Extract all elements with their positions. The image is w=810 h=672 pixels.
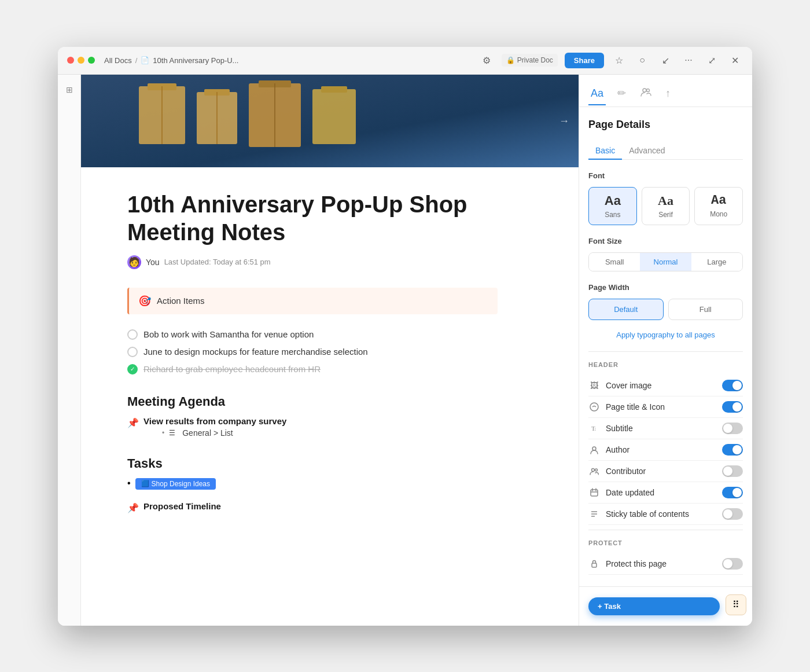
font-size-label: Font Size: [588, 237, 743, 245]
proposed-icon: 📌: [127, 502, 139, 513]
task-chip-icon: 🟦: [141, 480, 149, 487]
sub-tab-advanced[interactable]: Advanced: [622, 142, 672, 160]
cover-image-icon: 🖼: [588, 380, 600, 391]
font-serif-aa: Aa: [658, 193, 673, 208]
protect-section-label: PROTECT: [588, 539, 743, 546]
svg-point-12: [643, 89, 646, 92]
apps-button[interactable]: ⠿: [726, 594, 746, 615]
font-mono-label: Mono: [710, 210, 727, 218]
cover-svg: [81, 75, 579, 167]
svg-point-19: [595, 469, 598, 471]
bookmark-icon[interactable]: ☆: [611, 52, 627, 68]
sub-tabs: Basic Advanced: [588, 142, 743, 160]
toggle-row-contributor: Contributor: [588, 461, 743, 482]
toggle-row-protect: Protect this page: [588, 553, 743, 575]
task-item-1: • 🟦 Shop Design Ideas: [127, 478, 498, 490]
author-toggle[interactable]: [722, 444, 743, 456]
date-toggle[interactable]: [722, 487, 743, 498]
check-item-3: ✓ Richard to grab employee headcount fro…: [127, 361, 498, 378]
check-item-2: June to design mockups for feature merch…: [127, 343, 498, 361]
width-options: Default Full: [588, 299, 743, 320]
panel-title: Page Details: [588, 119, 743, 131]
list-item-text-1: General > List: [182, 428, 233, 438]
font-serif-label: Serif: [658, 211, 673, 219]
page-title-toggle[interactable]: [722, 401, 743, 413]
arrow-icon[interactable]: ↙: [657, 52, 673, 68]
section-heading-agenda: Meeting Agenda: [127, 394, 498, 409]
panel-divider: [588, 351, 743, 352]
width-default[interactable]: Default: [588, 299, 664, 320]
page-width-label: Page Width: [588, 283, 743, 292]
panel-tab-users[interactable]: [638, 82, 654, 107]
titlebar: All Docs / 📄 10th Anniversary Pop-U... ⚙…: [58, 47, 752, 75]
header-section-label: HEADER: [588, 361, 743, 368]
doc-updated: Last Updated: Today at 6:51 pm: [164, 258, 271, 266]
toc-toggle[interactable]: [722, 508, 743, 520]
cover-image-toggle[interactable]: [722, 380, 743, 391]
toc-label: Sticky table of contents: [606, 509, 722, 519]
close-button[interactable]: [67, 57, 74, 64]
contributor-toggle[interactable]: [722, 465, 743, 477]
protect-toggle[interactable]: [722, 558, 743, 570]
maximize-button[interactable]: [88, 57, 95, 64]
subtitle-toggle[interactable]: [722, 423, 743, 434]
sidebar-toggle: ⊞: [58, 75, 81, 626]
list-item-1: • ☰ General > List: [143, 426, 286, 440]
share-button[interactable]: Share: [565, 53, 604, 68]
size-normal[interactable]: Normal: [640, 253, 691, 271]
check-item-1: Bob to work with Samantha for venue opti…: [127, 326, 498, 343]
svg-text:↕: ↕: [594, 427, 597, 431]
page-title-icon: [588, 401, 600, 413]
svg-point-14: [590, 403, 598, 411]
doc-author[interactable]: You: [146, 258, 160, 267]
svg-point-18: [592, 468, 595, 471]
subtitle-label: Subtitle: [606, 424, 722, 433]
svg-point-13: [647, 89, 650, 91]
close-icon[interactable]: ✕: [727, 52, 743, 68]
font-sans-label: Sans: [605, 211, 620, 219]
svg-rect-27: [592, 563, 597, 567]
font-option-serif[interactable]: Aa Serif: [642, 187, 690, 225]
breadcrumb-current[interactable]: 10th Anniversary Pop-U...: [153, 56, 238, 65]
cover-image-label: Cover image: [606, 381, 722, 390]
toggle-row-title: Page title & Icon: [588, 396, 743, 418]
toc-icon: [588, 508, 600, 520]
panel-tab-text[interactable]: Aa: [588, 83, 606, 105]
search-icon[interactable]: ○: [634, 52, 650, 68]
task-chip-1[interactable]: 🟦 Shop Design Ideas: [135, 478, 216, 490]
breadcrumb-root[interactable]: All Docs: [104, 56, 132, 65]
check-circle-1[interactable]: [127, 329, 138, 340]
private-badge[interactable]: 🔒 Private Doc: [502, 54, 558, 67]
minimize-button[interactable]: [78, 57, 84, 64]
size-large[interactable]: Large: [691, 253, 742, 271]
sub-tab-basic[interactable]: Basic: [588, 142, 622, 160]
agenda-title-1: View results from company survey: [143, 416, 286, 426]
more-icon[interactable]: ···: [680, 52, 697, 68]
subtitle-icon: T↕: [588, 423, 600, 434]
panel-tab-export[interactable]: ↑: [663, 83, 673, 105]
doc-content: 10th Anniversary Pop-Up Shop Meeting Not…: [81, 167, 544, 541]
check-circle-2[interactable]: [127, 347, 138, 357]
font-mono-aa: Aa: [711, 193, 726, 208]
toggle-row-cover: 🖼 Cover image: [588, 375, 743, 396]
check-circle-3[interactable]: ✓: [127, 364, 138, 374]
list-icon: ☰: [169, 429, 175, 437]
font-option-sans[interactable]: Aa Sans: [588, 187, 637, 225]
font-options: Aa Sans Aa Serif Aa Mono: [588, 187, 743, 225]
sidebar-icon[interactable]: ⊞: [61, 82, 78, 98]
page-title-label: Page title & Icon: [606, 402, 722, 412]
protect-icon: [588, 558, 600, 570]
settings-icon[interactable]: ⚙: [478, 52, 495, 68]
task-fab-button[interactable]: + Task: [588, 597, 720, 615]
cover-arrow[interactable]: →: [559, 115, 569, 127]
width-full[interactable]: Full: [668, 299, 743, 320]
apply-typography-link[interactable]: Apply typography to all pages: [616, 331, 715, 339]
callout-icon: 🎯: [138, 295, 151, 307]
collapse-icon[interactable]: ⤢: [704, 52, 720, 68]
size-small[interactable]: Small: [589, 253, 640, 271]
callout-block: 🎯 Action Items: [127, 288, 498, 314]
panel-tab-draw[interactable]: ✏: [615, 82, 628, 105]
font-option-mono[interactable]: Aa Mono: [694, 187, 743, 225]
avatar-img: 🧑: [128, 256, 140, 267]
task-chip-text: Shop Design Ideas: [152, 480, 210, 488]
